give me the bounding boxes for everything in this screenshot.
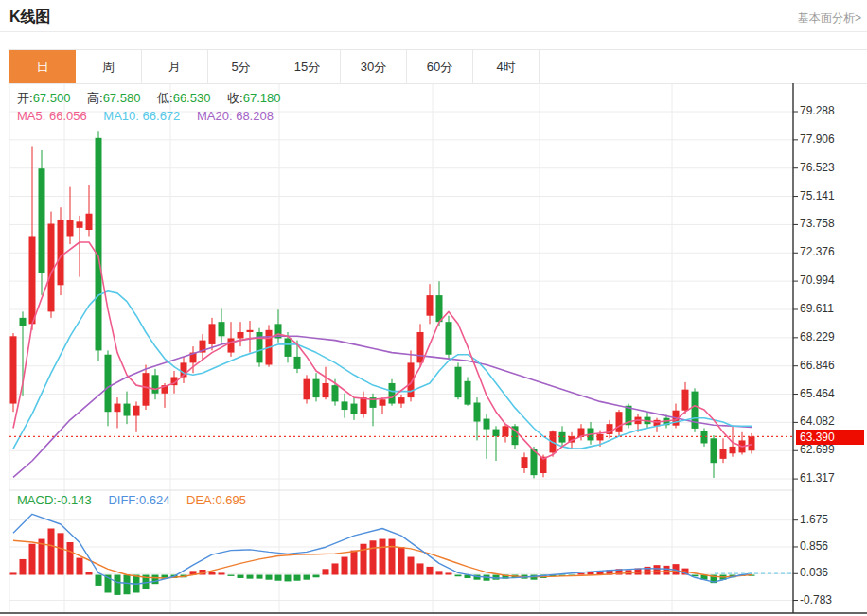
y-axis-tick: 0.856 xyxy=(800,539,828,553)
y-axis-tick: 77.906 xyxy=(800,132,835,146)
low-label: 低: xyxy=(157,91,173,105)
ma10-label: MA10: xyxy=(103,109,139,123)
close-label: 收: xyxy=(227,91,243,105)
y-axis-tick: 69.611 xyxy=(800,302,834,315)
y-axis-tick: 70.994 xyxy=(800,273,835,287)
open-value: 67.500 xyxy=(33,91,71,105)
open-label: 开: xyxy=(17,91,33,105)
macd-label: MACD: xyxy=(17,493,57,507)
ma5-value: 66.056 xyxy=(49,109,87,123)
y-axis-tick: 72.376 xyxy=(800,245,835,258)
y-axis-tick: 1.675 xyxy=(800,513,828,526)
y-axis-tick: 0.036 xyxy=(800,566,828,579)
high-label: 高: xyxy=(87,91,103,105)
macd-histogram xyxy=(10,529,755,595)
diff-value: 0.624 xyxy=(139,493,170,507)
ma5-label: MA5: xyxy=(17,109,45,123)
ma20-label: MA20: xyxy=(197,109,233,123)
ma10-value: 66.672 xyxy=(143,109,181,123)
y-axis-tick: 79.288 xyxy=(800,104,835,117)
dea-label: DEA: xyxy=(186,493,215,507)
close-value: 67.180 xyxy=(243,91,281,105)
ohlc-readout: 开:67.500 高:67.580 低:66.530 收:67.180 xyxy=(17,90,280,107)
y-axis-tick: -0.783 xyxy=(800,593,832,607)
high-value: 67.580 xyxy=(103,91,141,105)
y-axis-tick: 62.699 xyxy=(800,443,835,456)
macd-value: -0.143 xyxy=(57,493,92,507)
y-axis-tick: 61.317 xyxy=(800,471,835,484)
y-axis-tick: 64.082 xyxy=(800,414,835,428)
diff-label: DIFF: xyxy=(108,493,139,507)
y-axis-tick: 76.523 xyxy=(800,161,835,174)
y-axis-tick: 68.229 xyxy=(800,330,835,343)
low-value: 66.530 xyxy=(173,91,211,105)
dea-value: 0.695 xyxy=(215,493,246,507)
kline-widget: K线图 基本面分析> 日 周 月 5分 15分 30分 60分 4时 开:67.… xyxy=(0,0,867,616)
y-axis-tick: 65.464 xyxy=(800,387,835,400)
y-axis-tick: 66.846 xyxy=(800,359,835,372)
y-axis-tick: 73.758 xyxy=(800,217,835,230)
y-axis-tick: 75.141 xyxy=(800,189,835,202)
ma20-value: 68.208 xyxy=(236,109,274,123)
candles xyxy=(10,131,755,478)
macd-readout: MACD:-0.143 DIFF:0.624 DEA:0.695 xyxy=(17,493,246,507)
ma-readout: MA5: 66.056 MA10: 66.672 MA20: 68.208 xyxy=(17,109,274,123)
